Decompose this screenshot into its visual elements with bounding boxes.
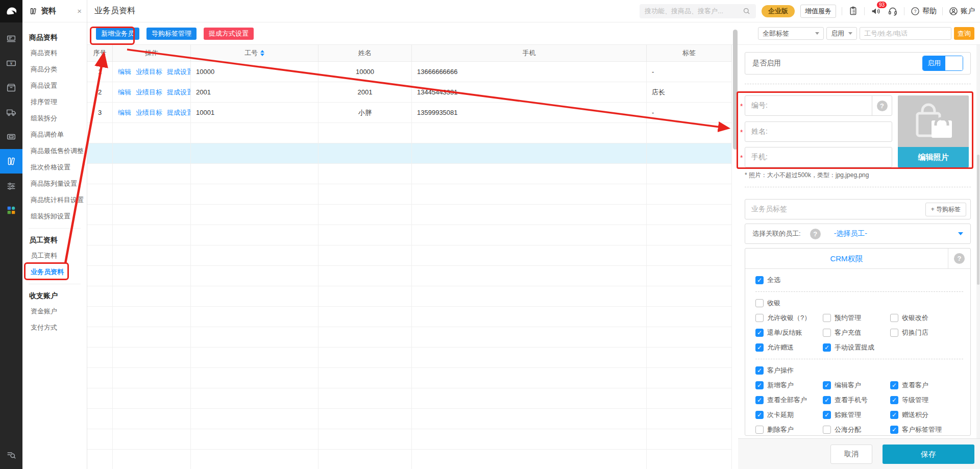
sidebar-item[interactable]: 排序管理	[22, 94, 87, 110]
package-icon[interactable]	[0, 76, 22, 100]
checkbox-checked[interactable]	[755, 411, 764, 419]
checkbox-unchecked[interactable]	[755, 426, 764, 434]
guide-tag-button[interactable]: + 导购标签	[925, 203, 966, 216]
sidebar-item[interactable]: 商品设置	[22, 78, 87, 94]
customer-service-headset-icon[interactable]	[887, 6, 898, 17]
enable-toggle[interactable]: 启用	[922, 56, 963, 71]
crm-permission-item[interactable]: 客户标签管理	[890, 425, 963, 434]
action-link[interactable]: 提成设置	[167, 108, 191, 117]
crm-permission-item[interactable]: 收银	[755, 299, 823, 308]
sidebar-item[interactable]: 商品分类	[22, 61, 87, 78]
crm-permission-item[interactable]: 收银改价	[890, 313, 963, 323]
checkbox-checked[interactable]	[890, 426, 898, 434]
crm-permission-item[interactable]: 手动设置提成	[823, 343, 890, 352]
crm-permission-item[interactable]: 查看全部客户	[755, 396, 823, 405]
crm-permission-item[interactable]: 删除客户	[755, 425, 823, 434]
scrollbar-thumb[interactable]	[977, 155, 979, 285]
action-link[interactable]: 提成设置	[167, 88, 191, 97]
crm-permission-item[interactable]: 赠送积分	[890, 410, 963, 419]
report-clipboard-icon[interactable]	[848, 6, 859, 16]
sidebar-item[interactable]: 员工资料	[22, 248, 87, 264]
action-link[interactable]: 业绩目标	[136, 88, 162, 97]
checkbox-checked[interactable]	[755, 343, 764, 352]
action-link[interactable]: 编辑	[118, 108, 131, 117]
action-link[interactable]: 编辑	[118, 67, 131, 77]
linked-staff-select[interactable]: 选择关联的员工: ? -选择员工-	[745, 224, 971, 244]
sidebar-item[interactable]: 商品陈列量设置	[22, 176, 87, 192]
checkbox-checked[interactable]	[823, 396, 831, 404]
checkbox-checked[interactable]	[755, 396, 764, 404]
materials-icon[interactable]	[0, 149, 22, 174]
code-input[interactable]: 编号: ?	[745, 95, 892, 116]
checkbox-checked[interactable]	[890, 396, 898, 404]
crm-permission-item[interactable]: 预约管理	[823, 313, 890, 323]
crm-permission-item[interactable]: 退单/反结账	[755, 328, 823, 337]
tag-filter-select[interactable]: 全部标签	[758, 27, 824, 40]
checkbox-unchecked[interactable]	[890, 314, 898, 322]
help-menu[interactable]: ? 帮助	[910, 6, 937, 16]
guide-tag-manage-button[interactable]: 导购标签管理	[146, 28, 197, 40]
crm-help[interactable]: ?	[948, 249, 970, 268]
checkbox-checked[interactable]	[823, 381, 831, 389]
pos-terminal-icon[interactable]	[0, 27, 22, 51]
checkbox-unchecked[interactable]	[823, 426, 831, 434]
scrollbar-thumb[interactable]	[733, 30, 738, 150]
action-link[interactable]: 业绩目标	[136, 108, 162, 117]
sidebar-item-active[interactable]: 业务员资料	[22, 264, 87, 280]
crm-permission-item[interactable]: 查看客户	[890, 381, 963, 390]
search-list-icon[interactable]	[0, 445, 22, 465]
checkbox-unchecked[interactable]	[755, 314, 764, 322]
column-header[interactable]: 工号	[191, 45, 318, 61]
sidebar-item[interactable]: 批次价格设置	[22, 159, 87, 176]
crm-permission-item[interactable]: 全选	[755, 276, 823, 285]
crm-permission-item[interactable]: 等级管理	[890, 396, 963, 405]
sidebar-item[interactable]: 商品调价单	[22, 127, 87, 143]
crm-permission-item[interactable]: 允许赠送	[755, 343, 823, 352]
checkbox-checked[interactable]	[823, 411, 831, 419]
crm-permission-item[interactable]: 公海分配	[823, 425, 890, 434]
sort-icon[interactable]	[260, 48, 264, 58]
checkbox-unchecked[interactable]	[755, 299, 764, 307]
card-reader-icon[interactable]	[0, 125, 22, 149]
save-button[interactable]: 保存	[883, 445, 974, 464]
search-icon[interactable]	[742, 7, 751, 15]
crm-permission-item[interactable]: 编辑客户	[823, 381, 890, 390]
sidebar-item[interactable]: 商品最低售价调整	[22, 143, 87, 159]
phone-input[interactable]: 手机:	[745, 147, 892, 167]
cancel-button[interactable]: 取消	[830, 445, 872, 464]
code-help[interactable]: ?	[872, 96, 892, 115]
action-link[interactable]: 业绩目标	[136, 67, 162, 77]
crm-permission-item[interactable]: 切换门店	[890, 328, 963, 337]
checkbox-checked[interactable]	[755, 329, 764, 337]
salesperson-tag-field[interactable]: 业务员标签 + 导购标签	[745, 199, 971, 219]
checkbox-unchecked[interactable]	[823, 329, 831, 337]
crm-permission-item[interactable]: 新增客户	[755, 381, 823, 390]
crm-permission-item[interactable]: 客户充值	[823, 328, 890, 337]
crm-permission-item[interactable]: 赊账管理	[823, 410, 890, 419]
sliders-icon[interactable]	[0, 174, 22, 198]
crm-permission-item[interactable]: 客户操作	[755, 366, 823, 375]
checkbox-checked[interactable]	[755, 366, 764, 375]
table-row[interactable]: 1编辑业绩目标提成设置100001000013666666666-	[87, 62, 732, 82]
checkbox-checked[interactable]	[755, 276, 764, 284]
checkbox-unchecked[interactable]	[823, 314, 831, 322]
truck-icon[interactable]	[0, 100, 22, 125]
close-icon[interactable]: ×	[77, 7, 82, 15]
banknote-icon[interactable]: ¥	[0, 51, 22, 76]
value-added-services-button[interactable]: 增值服务	[800, 5, 836, 18]
status-filter-select[interactable]: 启用	[826, 27, 857, 40]
sidebar-item[interactable]: 商品资料	[22, 45, 87, 61]
add-salesperson-button[interactable]: 新增业务员	[96, 28, 139, 40]
checkbox-checked[interactable]	[890, 381, 898, 389]
checkbox-checked[interactable]	[755, 381, 764, 389]
crm-permission-item[interactable]: 查看手机号	[823, 396, 890, 405]
sidebar-item[interactable]: 商品统计科目设置	[22, 192, 87, 208]
checkbox-checked[interactable]	[890, 411, 898, 419]
sidebar-item[interactable]: 组装拆卸设置	[22, 208, 87, 225]
photo-placeholder[interactable]: 编辑照片	[898, 95, 969, 167]
name-input[interactable]: 姓名:	[745, 121, 892, 142]
keyword-search-input[interactable]	[860, 27, 951, 40]
staff-select-value[interactable]: -选择员工-	[834, 229, 867, 238]
sidebar-item[interactable]: 组装拆分	[22, 110, 87, 127]
global-search-input[interactable]: 搜功能、搜商品、搜客户...	[640, 4, 756, 18]
